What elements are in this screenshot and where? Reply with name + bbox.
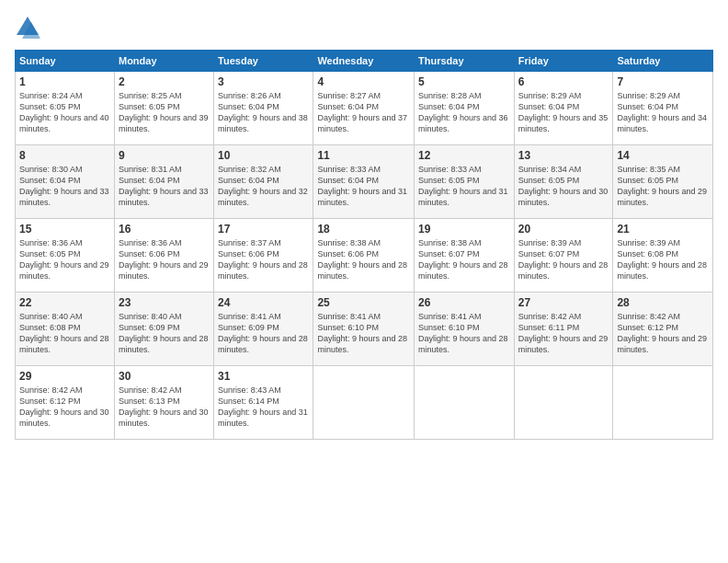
calendar-header-thursday: Thursday — [415, 51, 515, 72]
day-info: Sunrise: 8:42 AMSunset: 6:11 PMDaylight:… — [518, 312, 609, 354]
calendar-cell: 26Sunrise: 8:41 AMSunset: 6:10 PMDayligh… — [415, 293, 515, 366]
day-number: 10 — [218, 149, 309, 162]
day-number: 16 — [119, 223, 210, 236]
calendar-cell: 1Sunrise: 8:24 AMSunset: 6:05 PMDaylight… — [16, 72, 115, 145]
day-number: 19 — [418, 223, 510, 236]
day-number: 31 — [218, 370, 309, 383]
day-info: Sunrise: 8:38 AMSunset: 6:07 PMDaylight:… — [418, 238, 508, 281]
calendar-cell: 25Sunrise: 8:41 AMSunset: 6:10 PMDayligh… — [313, 293, 415, 366]
calendar-cell: 24Sunrise: 8:41 AMSunset: 6:09 PMDayligh… — [214, 293, 313, 366]
calendar-header-tuesday: Tuesday — [214, 51, 313, 72]
calendar-cell: 7Sunrise: 8:29 AMSunset: 6:04 PMDaylight… — [613, 72, 713, 145]
day-number: 30 — [119, 370, 210, 383]
day-number: 5 — [418, 75, 510, 88]
day-info: Sunrise: 8:42 AMSunset: 6:12 PMDaylight:… — [617, 312, 707, 354]
day-info: Sunrise: 8:41 AMSunset: 6:09 PMDaylight:… — [218, 312, 308, 354]
day-number: 11 — [317, 149, 410, 162]
day-number: 15 — [19, 223, 110, 236]
calendar-cell: 19Sunrise: 8:38 AMSunset: 6:07 PMDayligh… — [415, 219, 515, 293]
calendar-cell: 20Sunrise: 8:39 AMSunset: 6:07 PMDayligh… — [514, 219, 613, 293]
calendar-header-sunday: Sunday — [16, 51, 115, 72]
calendar-cell: 28Sunrise: 8:42 AMSunset: 6:12 PMDayligh… — [613, 293, 713, 366]
day-info: Sunrise: 8:26 AMSunset: 6:04 PMDaylight:… — [218, 91, 308, 133]
calendar-cell: 30Sunrise: 8:42 AMSunset: 6:13 PMDayligh… — [114, 366, 213, 440]
calendar-cell: 11Sunrise: 8:33 AMSunset: 6:04 PMDayligh… — [313, 145, 415, 219]
calendar-cell: 15Sunrise: 8:36 AMSunset: 6:05 PMDayligh… — [16, 219, 115, 293]
day-info: Sunrise: 8:40 AMSunset: 6:09 PMDaylight:… — [119, 312, 209, 354]
logo — [15, 15, 44, 40]
calendar-cell: 12Sunrise: 8:33 AMSunset: 6:05 PMDayligh… — [415, 145, 515, 219]
calendar-cell — [313, 366, 415, 440]
calendar-cell: 27Sunrise: 8:42 AMSunset: 6:11 PMDayligh… — [514, 293, 613, 366]
day-info: Sunrise: 8:39 AMSunset: 6:07 PMDaylight:… — [518, 238, 609, 281]
day-info: Sunrise: 8:39 AMSunset: 6:08 PMDaylight:… — [617, 238, 707, 281]
calendar-cell: 14Sunrise: 8:35 AMSunset: 6:05 PMDayligh… — [613, 145, 713, 219]
calendar-cell: 17Sunrise: 8:37 AMSunset: 6:06 PMDayligh… — [214, 219, 313, 293]
day-info: Sunrise: 8:28 AMSunset: 6:04 PMDaylight:… — [418, 91, 508, 133]
day-info: Sunrise: 8:35 AMSunset: 6:05 PMDaylight:… — [617, 165, 707, 207]
page-header — [15, 15, 713, 40]
day-info: Sunrise: 8:40 AMSunset: 6:08 PMDaylight:… — [19, 312, 109, 354]
day-number: 22 — [19, 296, 110, 309]
calendar-header-monday: Monday — [114, 51, 213, 72]
calendar-cell: 29Sunrise: 8:42 AMSunset: 6:12 PMDayligh… — [16, 366, 115, 440]
calendar-table: SundayMondayTuesdayWednesdayThursdayFrid… — [15, 50, 713, 440]
calendar-cell: 23Sunrise: 8:40 AMSunset: 6:09 PMDayligh… — [114, 293, 213, 366]
day-number: 28 — [617, 296, 709, 309]
day-number: 29 — [19, 370, 110, 383]
day-info: Sunrise: 8:27 AMSunset: 6:04 PMDaylight:… — [317, 91, 407, 133]
day-info: Sunrise: 8:33 AMSunset: 6:04 PMDaylight:… — [317, 165, 407, 207]
day-number: 12 — [418, 149, 510, 162]
day-number: 24 — [218, 296, 309, 309]
calendar-cell: 16Sunrise: 8:36 AMSunset: 6:06 PMDayligh… — [114, 219, 213, 293]
day-info: Sunrise: 8:42 AMSunset: 6:12 PMDaylight:… — [19, 385, 109, 428]
calendar-cell: 9Sunrise: 8:31 AMSunset: 6:04 PMDaylight… — [114, 145, 213, 219]
calendar-cell: 31Sunrise: 8:43 AMSunset: 6:14 PMDayligh… — [214, 366, 313, 440]
calendar-cell — [415, 366, 515, 440]
calendar-cell: 2Sunrise: 8:25 AMSunset: 6:05 PMDaylight… — [114, 72, 213, 145]
calendar-cell: 22Sunrise: 8:40 AMSunset: 6:08 PMDayligh… — [16, 293, 115, 366]
day-info: Sunrise: 8:33 AMSunset: 6:05 PMDaylight:… — [418, 165, 508, 207]
calendar-cell: 13Sunrise: 8:34 AMSunset: 6:05 PMDayligh… — [514, 145, 613, 219]
day-info: Sunrise: 8:31 AMSunset: 6:04 PMDaylight:… — [119, 165, 209, 207]
day-number: 4 — [317, 75, 410, 88]
day-info: Sunrise: 8:37 AMSunset: 6:06 PMDaylight:… — [218, 238, 308, 281]
day-number: 17 — [218, 223, 309, 236]
day-info: Sunrise: 8:43 AMSunset: 6:14 PMDaylight:… — [218, 385, 308, 428]
day-info: Sunrise: 8:38 AMSunset: 6:06 PMDaylight:… — [317, 238, 407, 281]
logo-icon — [15, 15, 40, 40]
day-info: Sunrise: 8:29 AMSunset: 6:04 PMDaylight:… — [617, 91, 707, 133]
calendar-cell — [613, 366, 713, 440]
day-number: 26 — [418, 296, 510, 309]
day-number: 6 — [518, 75, 609, 88]
day-number: 1 — [19, 75, 110, 88]
calendar-cell: 10Sunrise: 8:32 AMSunset: 6:04 PMDayligh… — [214, 145, 313, 219]
day-info: Sunrise: 8:41 AMSunset: 6:10 PMDaylight:… — [418, 312, 508, 354]
day-number: 9 — [119, 149, 210, 162]
day-info: Sunrise: 8:42 AMSunset: 6:13 PMDaylight:… — [119, 385, 209, 428]
calendar-cell: 3Sunrise: 8:26 AMSunset: 6:04 PMDaylight… — [214, 72, 313, 145]
calendar-header-wednesday: Wednesday — [313, 51, 415, 72]
day-info: Sunrise: 8:41 AMSunset: 6:10 PMDaylight:… — [317, 312, 407, 354]
day-number: 21 — [617, 223, 709, 236]
day-info: Sunrise: 8:30 AMSunset: 6:04 PMDaylight:… — [19, 165, 109, 207]
day-info: Sunrise: 8:32 AMSunset: 6:04 PMDaylight:… — [218, 165, 308, 207]
day-info: Sunrise: 8:25 AMSunset: 6:05 PMDaylight:… — [119, 91, 209, 133]
day-number: 27 — [518, 296, 609, 309]
calendar-cell: 18Sunrise: 8:38 AMSunset: 6:06 PMDayligh… — [313, 219, 415, 293]
day-number: 25 — [317, 296, 410, 309]
calendar-cell: 5Sunrise: 8:28 AMSunset: 6:04 PMDaylight… — [415, 72, 515, 145]
calendar-cell: 21Sunrise: 8:39 AMSunset: 6:08 PMDayligh… — [613, 219, 713, 293]
calendar-cell: 6Sunrise: 8:29 AMSunset: 6:04 PMDaylight… — [514, 72, 613, 145]
day-number: 14 — [617, 149, 709, 162]
day-info: Sunrise: 8:34 AMSunset: 6:05 PMDaylight:… — [518, 165, 609, 207]
day-number: 18 — [317, 223, 410, 236]
calendar-header-friday: Friday — [514, 51, 613, 72]
day-number: 2 — [119, 75, 210, 88]
day-number: 23 — [119, 296, 210, 309]
calendar-header-saturday: Saturday — [613, 51, 713, 72]
day-number: 8 — [19, 149, 110, 162]
day-info: Sunrise: 8:36 AMSunset: 6:05 PMDaylight:… — [19, 238, 109, 281]
calendar-cell — [514, 366, 613, 440]
day-number: 20 — [518, 223, 609, 236]
